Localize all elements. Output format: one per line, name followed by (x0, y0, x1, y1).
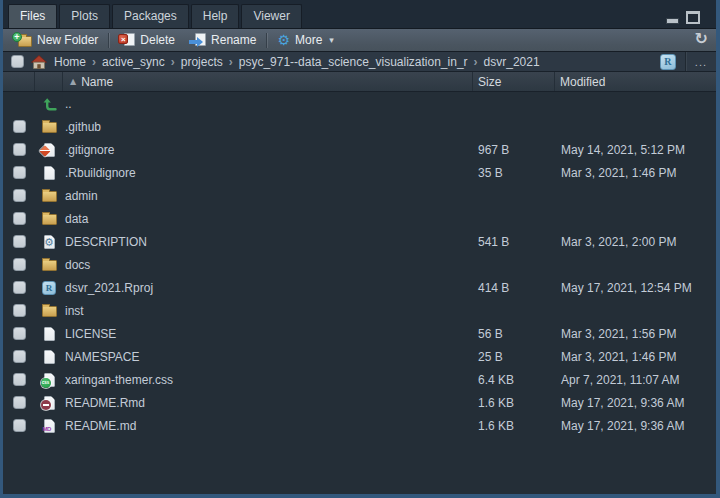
file-name[interactable]: NAMESPACE (65, 350, 139, 364)
row-checkbox[interactable] (13, 212, 26, 225)
file-row: docs (3, 253, 716, 276)
file-modified: Apr 7, 2021, 11:07 AM (555, 373, 716, 387)
breadcrumb-item[interactable]: active_sync (102, 55, 165, 69)
column-header-name[interactable]: ▲ Name (63, 72, 473, 91)
file-name[interactable]: .github (65, 120, 101, 134)
file-size: 541 B (473, 235, 555, 249)
row-checkbox[interactable] (13, 327, 26, 340)
git-file-icon (40, 143, 58, 157)
delete-icon: × (119, 33, 135, 48)
breadcrumb-ellipsis-button[interactable]: ... (685, 52, 716, 71)
row-checkbox[interactable] (13, 120, 26, 133)
file-modified: May 17, 2021, 9:36 AM (555, 419, 716, 433)
column-name-label: Name (81, 75, 113, 89)
files-toolbar: + New Folder × Delete Rename ⚙ More ▾ ↻ (3, 29, 716, 52)
file-modified: Mar 3, 2021, 1:46 PM (555, 166, 716, 180)
row-checkbox[interactable] (13, 304, 26, 317)
file-modified: Mar 3, 2021, 1:56 PM (555, 327, 716, 341)
row-checkbox[interactable] (13, 235, 26, 248)
file-size: 1.6 KB (473, 396, 555, 410)
row-checkbox[interactable] (13, 396, 26, 409)
rproj-badge-icon[interactable]: R (660, 54, 676, 70)
new-folder-icon: + (14, 33, 32, 47)
file-size: 35 B (473, 166, 555, 180)
file-name[interactable]: .gitignore (65, 143, 114, 157)
file-name[interactable]: README.md (65, 419, 136, 433)
breadcrumb-item[interactable]: psyc_971--data_science_visualization_in_… (239, 55, 468, 69)
file-row: inst (3, 299, 716, 322)
file-row: ⚙DESCRIPTION541 BMar 3, 2021, 2:00 PM (3, 230, 716, 253)
file-row: LICENSE56 BMar 3, 2021, 1:56 PM (3, 322, 716, 345)
row-checkbox[interactable] (13, 281, 26, 294)
file-row: .github (3, 115, 716, 138)
column-header-size[interactable]: Size (473, 72, 555, 91)
tab-plots[interactable]: Plots (59, 4, 110, 28)
breadcrumb-separator-icon: › (474, 55, 478, 69)
gear-icon: ⚙ (277, 33, 290, 47)
file-size: 6.4 KB (473, 373, 555, 387)
breadcrumb: Home›active_sync›projects›psyc_971--data… (54, 55, 540, 69)
refresh-icon[interactable]: ↻ (695, 31, 712, 49)
file-name[interactable]: xaringan-themer.css (65, 373, 173, 387)
file-modified: Mar 3, 2021, 1:46 PM (555, 350, 716, 364)
maximize-icon[interactable] (686, 11, 700, 24)
file-name[interactable]: dsvr_2021.Rproj (65, 281, 153, 295)
column-header-modified[interactable]: Modified (555, 72, 716, 91)
file-size: 56 B (473, 327, 555, 341)
file-row: Rdsvr_2021.Rproj414 BMay 17, 2021, 12:54… (3, 276, 716, 299)
gear-file-icon: ⚙ (40, 235, 58, 249)
file-size: 967 B (473, 143, 555, 157)
delete-button[interactable]: × Delete (112, 29, 182, 51)
tab-packages[interactable]: Packages (112, 4, 189, 28)
minimize-icon[interactable] (666, 18, 679, 24)
rename-label: Rename (211, 33, 256, 47)
window-controls (666, 11, 700, 24)
breadcrumb-separator-icon: › (171, 55, 175, 69)
file-icon (40, 166, 58, 180)
breadcrumb-separator-icon: › (92, 55, 96, 69)
row-checkbox[interactable] (13, 350, 26, 363)
more-label: More (295, 33, 322, 47)
tab-help[interactable]: Help (191, 4, 240, 28)
file-name[interactable]: docs (65, 258, 90, 272)
folder-icon (40, 212, 58, 225)
file-row: README.Rmd1.6 KBMay 17, 2021, 9:36 AM (3, 391, 716, 414)
file-name[interactable]: README.Rmd (65, 396, 145, 410)
file-name[interactable]: data (65, 212, 88, 226)
rmd-file-icon (40, 396, 58, 410)
row-checkbox[interactable] (13, 258, 26, 271)
row-checkbox[interactable] (13, 143, 26, 156)
md-file-icon: MD (40, 419, 58, 433)
row-checkbox[interactable] (13, 189, 26, 202)
header-checkbox-cell (3, 72, 35, 91)
file-name[interactable]: .. (65, 97, 72, 111)
tab-viewer[interactable]: Viewer (241, 4, 301, 28)
folder-icon (40, 120, 58, 133)
file-name[interactable]: inst (65, 304, 84, 318)
row-checkbox[interactable] (13, 373, 26, 386)
file-name[interactable]: admin (65, 189, 98, 203)
breadcrumb-item[interactable]: Home (54, 55, 86, 69)
tab-files[interactable]: Files (8, 4, 57, 28)
breadcrumb-separator-icon: › (229, 55, 233, 69)
more-button[interactable]: ⚙ More ▾ (270, 29, 340, 51)
breadcrumb-item[interactable]: dsvr_2021 (484, 55, 540, 69)
home-icon[interactable] (31, 55, 47, 69)
file-name[interactable]: DESCRIPTION (65, 235, 147, 249)
breadcrumb-item[interactable]: projects (181, 55, 223, 69)
file-size: 414 B (473, 281, 555, 295)
files-pane: Files Plots Packages Help Viewer + New F… (0, 0, 720, 498)
row-checkbox[interactable] (13, 166, 26, 179)
folder-icon (40, 258, 58, 271)
file-name[interactable]: LICENSE (65, 327, 116, 341)
rename-icon (189, 33, 206, 48)
file-modified: May 17, 2021, 9:36 AM (555, 396, 716, 410)
file-row: admin (3, 184, 716, 207)
row-checkbox[interactable] (13, 419, 26, 432)
file-name[interactable]: .Rbuildignore (65, 166, 136, 180)
css-file-icon: css (40, 373, 58, 387)
file-row: NAMESPACE25 BMar 3, 2021, 1:46 PM (3, 345, 716, 368)
select-all-checkbox[interactable] (11, 55, 24, 68)
rename-button[interactable]: Rename (182, 29, 263, 51)
new-folder-button[interactable]: + New Folder (7, 29, 105, 51)
